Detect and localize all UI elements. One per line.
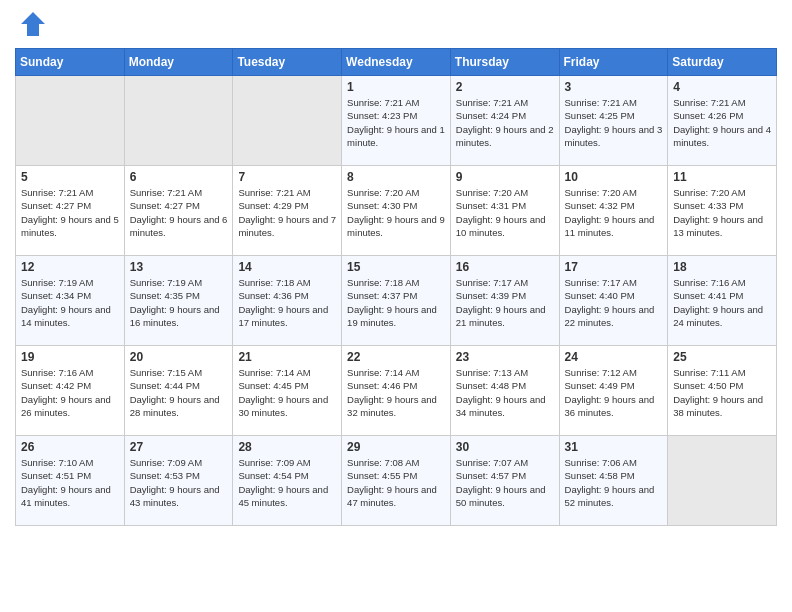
day-info: Sunrise: 7:19 AMSunset: 4:35 PMDaylight:…	[130, 276, 228, 329]
calendar-cell: 24Sunrise: 7:12 AMSunset: 4:49 PMDayligh…	[559, 346, 668, 436]
day-info: Sunrise: 7:18 AMSunset: 4:37 PMDaylight:…	[347, 276, 445, 329]
day-info: Sunrise: 7:21 AMSunset: 4:27 PMDaylight:…	[21, 186, 119, 239]
day-info: Sunrise: 7:20 AMSunset: 4:33 PMDaylight:…	[673, 186, 771, 239]
day-info: Sunrise: 7:15 AMSunset: 4:44 PMDaylight:…	[130, 366, 228, 419]
day-info: Sunrise: 7:14 AMSunset: 4:46 PMDaylight:…	[347, 366, 445, 419]
day-number: 5	[21, 170, 119, 184]
calendar-cell: 7Sunrise: 7:21 AMSunset: 4:29 PMDaylight…	[233, 166, 342, 256]
calendar-cell: 12Sunrise: 7:19 AMSunset: 4:34 PMDayligh…	[16, 256, 125, 346]
day-info: Sunrise: 7:21 AMSunset: 4:26 PMDaylight:…	[673, 96, 771, 149]
day-number: 10	[565, 170, 663, 184]
day-number: 3	[565, 80, 663, 94]
calendar-week-row: 26Sunrise: 7:10 AMSunset: 4:51 PMDayligh…	[16, 436, 777, 526]
svg-marker-0	[21, 12, 45, 36]
weekday-row: SundayMondayTuesdayWednesdayThursdayFrid…	[16, 49, 777, 76]
day-info: Sunrise: 7:21 AMSunset: 4:25 PMDaylight:…	[565, 96, 663, 149]
day-info: Sunrise: 7:18 AMSunset: 4:36 PMDaylight:…	[238, 276, 336, 329]
day-info: Sunrise: 7:16 AMSunset: 4:42 PMDaylight:…	[21, 366, 119, 419]
calendar-cell: 21Sunrise: 7:14 AMSunset: 4:45 PMDayligh…	[233, 346, 342, 436]
calendar-header: SundayMondayTuesdayWednesdayThursdayFrid…	[16, 49, 777, 76]
day-number: 7	[238, 170, 336, 184]
calendar-cell: 22Sunrise: 7:14 AMSunset: 4:46 PMDayligh…	[342, 346, 451, 436]
weekday-header: Wednesday	[342, 49, 451, 76]
day-info: Sunrise: 7:06 AMSunset: 4:58 PMDaylight:…	[565, 456, 663, 509]
day-info: Sunrise: 7:14 AMSunset: 4:45 PMDaylight:…	[238, 366, 336, 419]
calendar-cell: 4Sunrise: 7:21 AMSunset: 4:26 PMDaylight…	[668, 76, 777, 166]
day-number: 12	[21, 260, 119, 274]
calendar-cell: 19Sunrise: 7:16 AMSunset: 4:42 PMDayligh…	[16, 346, 125, 436]
weekday-header: Saturday	[668, 49, 777, 76]
calendar-cell: 5Sunrise: 7:21 AMSunset: 4:27 PMDaylight…	[16, 166, 125, 256]
day-number: 21	[238, 350, 336, 364]
weekday-header: Sunday	[16, 49, 125, 76]
day-info: Sunrise: 7:11 AMSunset: 4:50 PMDaylight:…	[673, 366, 771, 419]
day-number: 25	[673, 350, 771, 364]
day-number: 24	[565, 350, 663, 364]
calendar-cell	[16, 76, 125, 166]
calendar-cell: 13Sunrise: 7:19 AMSunset: 4:35 PMDayligh…	[124, 256, 233, 346]
day-info: Sunrise: 7:21 AMSunset: 4:23 PMDaylight:…	[347, 96, 445, 149]
day-info: Sunrise: 7:21 AMSunset: 4:24 PMDaylight:…	[456, 96, 554, 149]
calendar-cell: 9Sunrise: 7:20 AMSunset: 4:31 PMDaylight…	[450, 166, 559, 256]
calendar-cell: 18Sunrise: 7:16 AMSunset: 4:41 PMDayligh…	[668, 256, 777, 346]
weekday-header: Tuesday	[233, 49, 342, 76]
weekday-header: Monday	[124, 49, 233, 76]
day-info: Sunrise: 7:17 AMSunset: 4:39 PMDaylight:…	[456, 276, 554, 329]
day-number: 1	[347, 80, 445, 94]
calendar-cell: 27Sunrise: 7:09 AMSunset: 4:53 PMDayligh…	[124, 436, 233, 526]
day-info: Sunrise: 7:20 AMSunset: 4:30 PMDaylight:…	[347, 186, 445, 239]
day-number: 26	[21, 440, 119, 454]
calendar-table: SundayMondayTuesdayWednesdayThursdayFrid…	[15, 48, 777, 526]
calendar-week-row: 19Sunrise: 7:16 AMSunset: 4:42 PMDayligh…	[16, 346, 777, 436]
day-number: 18	[673, 260, 771, 274]
calendar-cell: 17Sunrise: 7:17 AMSunset: 4:40 PMDayligh…	[559, 256, 668, 346]
day-number: 6	[130, 170, 228, 184]
calendar-cell: 30Sunrise: 7:07 AMSunset: 4:57 PMDayligh…	[450, 436, 559, 526]
calendar-cell: 2Sunrise: 7:21 AMSunset: 4:24 PMDaylight…	[450, 76, 559, 166]
day-number: 27	[130, 440, 228, 454]
day-number: 9	[456, 170, 554, 184]
calendar-cell: 23Sunrise: 7:13 AMSunset: 4:48 PMDayligh…	[450, 346, 559, 436]
calendar-cell: 3Sunrise: 7:21 AMSunset: 4:25 PMDaylight…	[559, 76, 668, 166]
calendar-week-row: 12Sunrise: 7:19 AMSunset: 4:34 PMDayligh…	[16, 256, 777, 346]
day-number: 28	[238, 440, 336, 454]
day-number: 11	[673, 170, 771, 184]
day-number: 8	[347, 170, 445, 184]
day-info: Sunrise: 7:17 AMSunset: 4:40 PMDaylight:…	[565, 276, 663, 329]
day-number: 29	[347, 440, 445, 454]
calendar-cell: 25Sunrise: 7:11 AMSunset: 4:50 PMDayligh…	[668, 346, 777, 436]
calendar-cell: 14Sunrise: 7:18 AMSunset: 4:36 PMDayligh…	[233, 256, 342, 346]
calendar-cell	[233, 76, 342, 166]
day-info: Sunrise: 7:10 AMSunset: 4:51 PMDaylight:…	[21, 456, 119, 509]
calendar-week-row: 5Sunrise: 7:21 AMSunset: 4:27 PMDaylight…	[16, 166, 777, 256]
day-info: Sunrise: 7:19 AMSunset: 4:34 PMDaylight:…	[21, 276, 119, 329]
calendar-cell: 10Sunrise: 7:20 AMSunset: 4:32 PMDayligh…	[559, 166, 668, 256]
day-number: 20	[130, 350, 228, 364]
logo	[15, 10, 47, 38]
day-info: Sunrise: 7:21 AMSunset: 4:27 PMDaylight:…	[130, 186, 228, 239]
day-number: 2	[456, 80, 554, 94]
day-info: Sunrise: 7:21 AMSunset: 4:29 PMDaylight:…	[238, 186, 336, 239]
day-info: Sunrise: 7:07 AMSunset: 4:57 PMDaylight:…	[456, 456, 554, 509]
day-number: 16	[456, 260, 554, 274]
day-number: 15	[347, 260, 445, 274]
day-info: Sunrise: 7:20 AMSunset: 4:31 PMDaylight:…	[456, 186, 554, 239]
calendar-cell: 26Sunrise: 7:10 AMSunset: 4:51 PMDayligh…	[16, 436, 125, 526]
day-info: Sunrise: 7:12 AMSunset: 4:49 PMDaylight:…	[565, 366, 663, 419]
day-number: 4	[673, 80, 771, 94]
day-info: Sunrise: 7:08 AMSunset: 4:55 PMDaylight:…	[347, 456, 445, 509]
calendar-cell	[124, 76, 233, 166]
day-info: Sunrise: 7:13 AMSunset: 4:48 PMDaylight:…	[456, 366, 554, 419]
day-info: Sunrise: 7:09 AMSunset: 4:54 PMDaylight:…	[238, 456, 336, 509]
calendar-cell: 1Sunrise: 7:21 AMSunset: 4:23 PMDaylight…	[342, 76, 451, 166]
day-info: Sunrise: 7:16 AMSunset: 4:41 PMDaylight:…	[673, 276, 771, 329]
calendar-cell: 20Sunrise: 7:15 AMSunset: 4:44 PMDayligh…	[124, 346, 233, 436]
header	[15, 10, 777, 38]
day-number: 31	[565, 440, 663, 454]
calendar-cell: 15Sunrise: 7:18 AMSunset: 4:37 PMDayligh…	[342, 256, 451, 346]
calendar-cell: 11Sunrise: 7:20 AMSunset: 4:33 PMDayligh…	[668, 166, 777, 256]
calendar-cell	[668, 436, 777, 526]
day-number: 14	[238, 260, 336, 274]
calendar-cell: 31Sunrise: 7:06 AMSunset: 4:58 PMDayligh…	[559, 436, 668, 526]
day-number: 13	[130, 260, 228, 274]
